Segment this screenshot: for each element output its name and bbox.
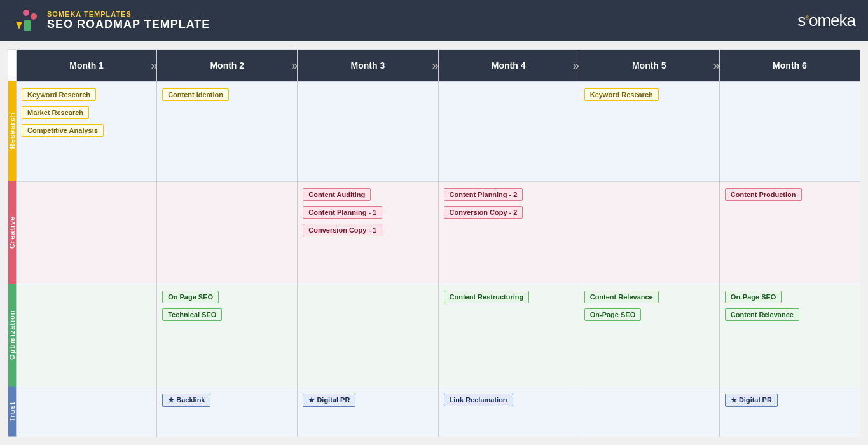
cell-month2-creative	[157, 181, 297, 284]
arrow-icon-3: »	[432, 58, 439, 72]
header-text: SOMEKA TEMPLATES SEO ROADMAP TEMPLATE	[47, 10, 210, 31]
brand-logo: s®omeka	[797, 11, 855, 31]
task-badge: Content Restructuring	[444, 291, 530, 303]
task-badge: Technical SEO	[162, 308, 222, 321]
main-container: Research Creative Optimization Trust Mon…	[8, 49, 860, 437]
month-col-3: Month 3»Content AuditingContent Planning…	[297, 50, 437, 437]
arrow-icon-4: »	[573, 58, 579, 72]
task-badge: Link Reclamation	[444, 394, 513, 406]
cell-month2-optimization: On Page SEOTechnical SEO	[157, 284, 297, 387]
row-label-trust: Trust	[8, 387, 16, 437]
cell-month5-creative	[579, 181, 719, 284]
cell-month6-creative: Content Production	[720, 181, 860, 284]
month-col-4: Month 4»Content Planning - 2Conversion C…	[438, 50, 579, 437]
month-header-1: Month 1»	[17, 50, 156, 81]
cell-month3-research	[298, 81, 437, 181]
task-badge: Market Research	[22, 106, 89, 119]
svg-rect-2	[24, 20, 31, 31]
month-col-5: Month 5»Keyword ResearchContent Relevanc…	[579, 50, 719, 437]
header: SOMEKA TEMPLATES SEO ROADMAP TEMPLATE s®…	[0, 0, 868, 41]
cell-month2-research: Content Ideation	[157, 81, 297, 181]
cell-month3-creative: Content AuditingContent Planning - 1Conv…	[298, 181, 437, 284]
cell-month3-trust: ★ Digital PR	[298, 387, 437, 437]
month-col-1: Month 1»Keyword ResearchMarket ResearchC…	[16, 50, 156, 437]
cell-month4-trust: Link Reclamation	[439, 387, 579, 437]
month-header-6: Month 6	[720, 50, 860, 81]
task-badge: On-Page SEO	[725, 291, 782, 303]
arrow-icon-1: »	[151, 58, 157, 72]
task-badge: Content Ideation	[162, 88, 229, 101]
svg-marker-1	[16, 22, 22, 29]
cell-month1-research: Keyword ResearchMarket ResearchCompetiti…	[17, 81, 156, 181]
task-badge: Content Planning - 2	[444, 188, 523, 201]
row-label-creative: Creative	[8, 181, 16, 284]
task-badge: ★ Digital PR	[725, 394, 778, 407]
cell-month4-optimization: Content Restructuring	[439, 284, 579, 387]
task-badge: Content Auditing	[303, 188, 371, 201]
task-badge: ★ Digital PR	[303, 394, 355, 407]
task-badge: Keyword Research	[584, 88, 659, 101]
task-badge: Content Relevance	[584, 291, 659, 303]
arrow-icon-2: »	[291, 58, 298, 72]
cell-month6-trust: ★ Digital PR	[720, 387, 860, 437]
task-badge: On Page SEO	[162, 291, 219, 303]
cell-month2-trust: ★ Backlink	[157, 387, 297, 437]
cell-month6-optimization: On-Page SEOContent Relevance	[720, 284, 860, 387]
cell-month1-trust	[17, 387, 156, 437]
month-header-2: Month 2»	[157, 50, 297, 81]
logo-icon	[13, 9, 39, 33]
cell-month1-creative	[17, 181, 156, 284]
task-badge: Content Planning - 1	[303, 206, 382, 219]
cell-month1-optimization	[17, 284, 156, 387]
task-badge: ★ Backlink	[162, 394, 210, 407]
svg-point-0	[23, 10, 29, 16]
corner-cell	[8, 50, 16, 81]
header-left: SOMEKA TEMPLATES SEO ROADMAP TEMPLATE	[13, 9, 210, 33]
task-badge: Conversion Copy - 1	[303, 224, 382, 236]
cell-month5-research: Keyword Research	[579, 81, 719, 181]
cell-month5-trust	[579, 387, 719, 437]
task-badge: Keyword Research	[22, 88, 96, 101]
row-label-research: Research	[8, 81, 16, 181]
svg-point-3	[31, 13, 37, 20]
row-label-optimization: Optimization	[8, 284, 16, 387]
month-col-2: Month 2»Content IdeationOn Page SEOTechn…	[156, 50, 297, 437]
task-badge: Conversion Copy - 2	[444, 206, 523, 219]
cell-month3-optimization	[298, 284, 437, 387]
month-header-5: Month 5»	[579, 50, 719, 81]
cell-month5-optimization: Content RelevanceOn-Page SEO	[579, 284, 719, 387]
header-title: SEO ROADMAP TEMPLATE	[47, 18, 210, 31]
month-col-6: Month 6Content ProductionOn-Page SEOCont…	[719, 50, 860, 437]
arrow-icon-5: »	[713, 58, 720, 72]
month-header-3: Month 3»	[298, 50, 437, 81]
task-badge: On-Page SEO	[584, 308, 642, 321]
task-badge: Competitive Analysis	[22, 124, 104, 137]
task-badge: Content Relevance	[725, 308, 799, 321]
header-subtitle: SOMEKA TEMPLATES	[47, 10, 210, 18]
cell-month4-research	[439, 81, 579, 181]
month-header-4: Month 4»	[439, 50, 579, 81]
cell-month4-creative: Content Planning - 2Conversion Copy - 2	[439, 181, 579, 284]
cell-month6-research	[720, 81, 860, 181]
task-badge: Content Production	[725, 188, 802, 201]
row-labels: Research Creative Optimization Trust	[8, 50, 16, 437]
